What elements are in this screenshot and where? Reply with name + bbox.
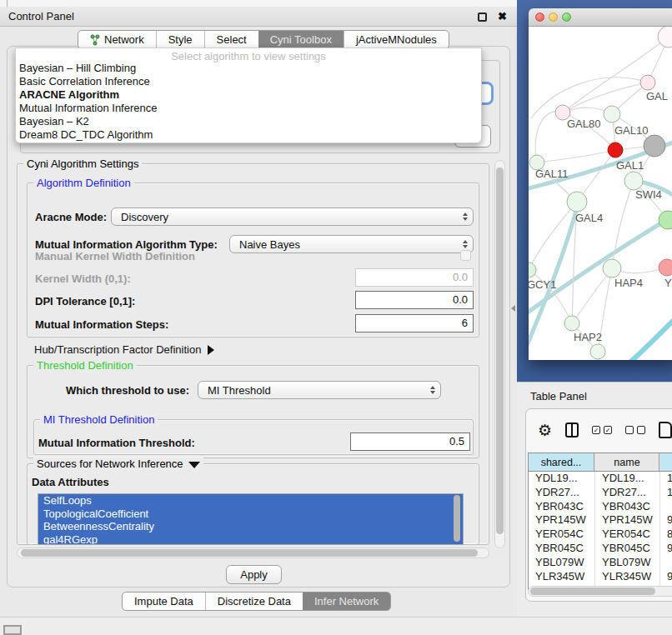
- checked-boxes-icon[interactable]: ✓✓: [592, 426, 612, 434]
- dpi-tolerance-input[interactable]: 0.0: [355, 291, 474, 309]
- manual-kernel-checkbox[interactable]: [460, 250, 471, 261]
- network-node[interactable]: [658, 27, 672, 48]
- network-edge[interactable]: [612, 181, 634, 268]
- table-row[interactable]: YPR145WYPR145W9.: [529, 513, 672, 528]
- tab-impute-data[interactable]: Impute Data: [123, 592, 205, 610]
- collapse-arrow-icon[interactable]: [188, 462, 200, 468]
- tab-cyni-toolbox[interactable]: Cyni Toolbox: [258, 31, 344, 48]
- network-node[interactable]: [659, 259, 672, 276]
- combo-arrows-icon: [463, 240, 473, 248]
- algorithm-option[interactable]: Mutual Information Inference: [16, 102, 481, 115]
- algorithm-option[interactable]: Dream8 DC_TDC Algorithm: [16, 128, 481, 142]
- list-scrollbar[interactable]: [454, 495, 460, 542]
- network-canvas: GALGAL80GAL10GAL1GAL11SWI4GAL4HAP4YGCY1H…: [529, 27, 672, 360]
- manual-kernel-label: Manual Kernel Width Definition: [35, 250, 195, 262]
- float-window-icon[interactable]: [478, 12, 487, 22]
- column-header-name[interactable]: name: [594, 453, 659, 471]
- table-row[interactable]: YLR345WYLR345W9.: [529, 570, 672, 584]
- network-node[interactable]: [644, 135, 665, 157]
- page-icon[interactable]: [659, 422, 672, 438]
- network-window-titlebar[interactable]: [529, 8, 672, 27]
- network-node-label: Y: [664, 277, 672, 289]
- gear-icon[interactable]: ⚙: [538, 421, 552, 440]
- kernel-width-input[interactable]: 0.0: [355, 268, 474, 287]
- network-node-label: GAL10: [614, 124, 648, 137]
- list-item[interactable]: TopologicalCoefficient: [38, 508, 463, 521]
- settings-hscrollbar[interactable]: [17, 548, 489, 558]
- dpi-tolerance-label: DPI Tolerance [0,1]:: [35, 295, 135, 308]
- table-row[interactable]: YER054CYER054C8.: [529, 528, 672, 542]
- table-panel-title: Table Panel: [530, 390, 587, 402]
- node-table: shared... name A YDL19...YDL19...13 YDR2…: [528, 452, 672, 591]
- algorithm-option[interactable]: Basic Correlation Inference: [16, 75, 481, 88]
- tab-network[interactable]: Network: [78, 31, 156, 48]
- column-header-shared[interactable]: shared...: [529, 453, 594, 471]
- columns-icon[interactable]: [565, 422, 579, 438]
- table-row[interactable]: YBR043CYBR043C: [529, 500, 672, 514]
- network-node[interactable]: [567, 192, 587, 212]
- network-edge[interactable]: [529, 217, 672, 317]
- split-divider-arrow[interactable]: [511, 305, 515, 312]
- table-row[interactable]: YBR045CYBR045C9.: [529, 542, 672, 556]
- minimized-panel-icon[interactable]: [3, 625, 22, 635]
- network-window: GALGAL80GAL10GAL1GAL11SWI4GAL4HAP4YGCY1H…: [529, 8, 672, 360]
- table-hscrollbar[interactable]: [528, 586, 672, 597]
- algorithm-option[interactable]: Bayesian – Hill Climbing: [16, 62, 481, 75]
- column-header-third[interactable]: A: [659, 453, 672, 471]
- mi-steps-input[interactable]: 6: [355, 314, 474, 332]
- settings-vscrollbar[interactable]: [494, 160, 505, 548]
- network-view[interactable]: GALGAL80GAL10GAL1GAL11SWI4GAL4HAP4YGCY1H…: [529, 27, 672, 360]
- tab-style[interactable]: Style: [156, 31, 204, 48]
- network-node[interactable]: [604, 106, 620, 122]
- network-node[interactable]: [603, 259, 621, 278]
- combo-arrows-icon: [463, 212, 473, 221]
- minimize-traffic-light-icon[interactable]: [549, 12, 558, 22]
- list-item[interactable]: SelfLoops: [38, 494, 463, 508]
- table-panel-container: ⚙ ✓✓ shared... name A YDL19...YDL19...13…: [525, 408, 672, 602]
- top-strip: [0, 0, 517, 7]
- data-attributes-list[interactable]: SelfLoops TopologicalCoefficient Between…: [38, 493, 464, 545]
- table-header: shared... name A: [529, 453, 672, 472]
- network-node[interactable]: [590, 344, 605, 359]
- aracne-mode-combo[interactable]: Discovery: [111, 208, 474, 226]
- mi-type-combo[interactable]: Naive Bayes: [229, 235, 474, 253]
- hub-definition-expander[interactable]: Hub/Transcription Factor Definition: [34, 343, 214, 356]
- list-item[interactable]: BetweennessCentrality: [38, 520, 463, 533]
- table-hscroll-thumb[interactable]: [530, 588, 655, 595]
- close-traffic-light-icon[interactable]: [535, 12, 544, 22]
- mit-label: Mutual Information Threshold:: [38, 437, 195, 449]
- mi-type-label: Mutual Information Algorithm Type:: [35, 238, 218, 251]
- hscroll-thumb[interactable]: [21, 549, 478, 557]
- table-row[interactable]: YBL079WYBL079W: [529, 556, 672, 570]
- tab-discretize-data[interactable]: Discretize Data: [205, 592, 303, 610]
- network-node[interactable]: [564, 316, 579, 331]
- network-node[interactable]: [608, 142, 623, 158]
- tab-select[interactable]: Select: [204, 31, 258, 48]
- mi-threshold-title: MI Threshold Definition: [40, 413, 158, 426]
- network-node[interactable]: [624, 172, 643, 190]
- algorithm-option[interactable]: Bayesian – K2: [16, 115, 481, 128]
- close-icon[interactable]: ✖: [498, 10, 507, 22]
- unchecked-boxes-icon[interactable]: [625, 426, 645, 434]
- table-row[interactable]: YDL19...YDL19...13: [529, 472, 672, 486]
- mit-input[interactable]: 0.5: [350, 432, 470, 451]
- threshold-definition-title: Threshold Definition: [33, 359, 137, 372]
- which-threshold-label: Which threshold to use:: [66, 384, 189, 397]
- network-node[interactable]: [640, 75, 655, 90]
- table-toolbar: ⚙ ✓✓: [526, 409, 672, 451]
- tab-jactivemnodules[interactable]: jActiveMNodules: [344, 31, 449, 48]
- network-node-label: GAL11: [535, 168, 569, 180]
- network-node-label: SWI4: [635, 188, 662, 201]
- tab-infer-network[interactable]: Infer Network: [303, 592, 390, 610]
- table-row[interactable]: YDR27...YDR27...12: [529, 486, 672, 500]
- list-item[interactable]: gal4RGexp: [38, 533, 463, 546]
- algorithm-option-selected[interactable]: ARACNE Algorithm: [16, 88, 481, 102]
- network-edge[interactable]: [627, 313, 672, 360]
- which-threshold-combo[interactable]: MI Threshold: [198, 381, 441, 399]
- vscroll-thumb[interactable]: [496, 168, 504, 534]
- zoom-traffic-light-icon[interactable]: [562, 12, 571, 22]
- apply-button[interactable]: Apply: [226, 565, 282, 584]
- network-edge[interactable]: [563, 82, 648, 112]
- network-node[interactable]: [659, 211, 672, 229]
- network-edge[interactable]: [537, 150, 615, 162]
